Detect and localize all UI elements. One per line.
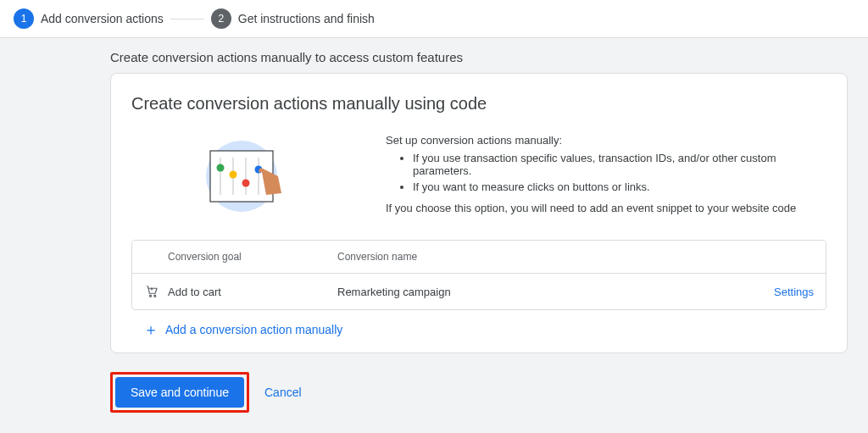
step-1[interactable]: 1 Add conversion actions <box>14 8 164 29</box>
step-divider <box>170 19 204 19</box>
conversion-table: Conversion goal Conversion name Add to c… <box>131 240 826 310</box>
add-conversion-action-button[interactable]: ＋ Add a conversion action manually <box>131 322 826 337</box>
illustration <box>131 134 352 219</box>
footer: Save and continue Cancel <box>110 372 868 413</box>
stepper: 1 Add conversion actions 2 Get instructi… <box>0 0 868 38</box>
svg-point-11 <box>154 295 156 297</box>
card-title: Create conversion actions manually using… <box>131 94 826 114</box>
row-name: Remarketing campaign <box>337 286 746 298</box>
save-and-continue-button[interactable]: Save and continue <box>115 377 244 408</box>
table-row: Add to cart Remarketing campaign Setting… <box>132 274 826 309</box>
sliders-illustration-icon <box>186 134 297 219</box>
step-2-number: 2 <box>211 8 231 29</box>
header-goal: Conversion goal <box>168 251 337 263</box>
row-goal: Add to cart <box>168 286 337 298</box>
main-card: Create conversion actions manually using… <box>110 73 848 353</box>
add-action-label: Add a conversion action manually <box>165 323 342 336</box>
section-title: Create conversion actions manually to ac… <box>110 50 868 64</box>
svg-point-6 <box>217 164 225 172</box>
intro-tail: If you choose this option, you will need… <box>386 202 826 214</box>
intro-bullet-2: If you want to measure clicks on buttons… <box>413 180 826 193</box>
cancel-button[interactable]: Cancel <box>264 386 302 399</box>
svg-point-10 <box>149 295 151 297</box>
header-name: Conversion name <box>337 251 746 263</box>
plus-icon: ＋ <box>143 322 159 337</box>
table-header: Conversion goal Conversion name <box>132 241 826 274</box>
svg-point-8 <box>242 180 250 187</box>
step-1-number: 1 <box>14 8 34 29</box>
step-2[interactable]: 2 Get instructions and finish <box>211 8 375 29</box>
step-1-label: Add conversion actions <box>41 12 164 25</box>
svg-point-7 <box>230 171 237 179</box>
cart-icon <box>144 284 168 299</box>
intro-bullet-1: If you use transaction specific values, … <box>413 152 826 177</box>
intro-text: Set up conversion actions manually: If y… <box>386 134 826 219</box>
settings-link[interactable]: Settings <box>774 286 814 298</box>
highlight-ring: Save and continue <box>110 372 249 413</box>
step-2-label: Get instructions and finish <box>238 12 375 25</box>
intro-lead: Set up conversion actions manually: <box>386 134 826 147</box>
